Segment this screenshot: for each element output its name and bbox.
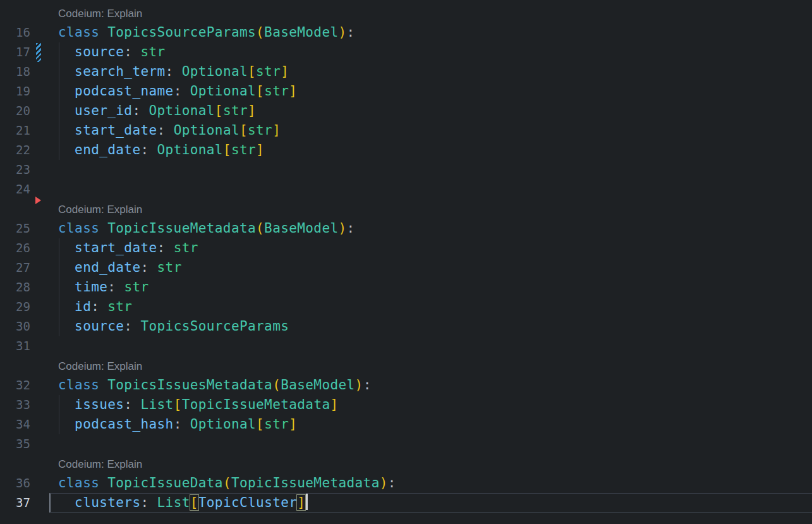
line-number[interactable]: 16	[0, 23, 30, 42]
code-token: str	[264, 83, 289, 99]
code-token: TopicIssueMetadata	[231, 475, 380, 490]
line-number[interactable]: 22	[0, 140, 30, 160]
code-token: :	[140, 495, 157, 510]
code-line[interactable]: issues: List[TopicIssueMetadata]	[49, 395, 812, 415]
code-token: ]	[272, 123, 281, 138]
code-token: str	[248, 123, 272, 138]
code-line[interactable]: podcast_hash: Optional[str]	[49, 415, 812, 434]
code-token	[58, 64, 75, 79]
line-number[interactable]: 21	[0, 121, 30, 140]
codelens-row: Codeium: Explain	[0, 3, 812, 23]
code-line[interactable]: source: TopicsSourceParams	[49, 317, 812, 336]
code-token: :	[157, 123, 174, 138]
code-token: BaseModel	[264, 25, 338, 40]
code-line[interactable]: clusters: List[TopicCluster]	[49, 493, 812, 513]
code-token: (	[256, 221, 264, 236]
editor-row: 32class TopicsIssuesMetadata(BaseModel):	[0, 375, 812, 395]
code-line[interactable]: class TopicsSourceParams(BaseModel):	[49, 23, 812, 42]
code-line[interactable]	[49, 180, 812, 199]
code-token: class	[58, 25, 107, 40]
code-token: [	[239, 123, 248, 138]
editor-row: 25class TopicIssueMetadata(BaseModel):	[0, 219, 812, 238]
code-token: str	[264, 417, 289, 432]
code-line[interactable]: end_date: Optional[str]	[49, 140, 812, 160]
code-token: podcast_name	[75, 83, 174, 99]
code-token: BaseModel	[264, 221, 338, 236]
editor-row: 36class TopicIssueData(TopicIssueMetadat…	[0, 473, 812, 493]
code-token: Optional	[190, 83, 256, 99]
code-line[interactable]: start_date: Optional[str]	[49, 121, 812, 140]
code-line[interactable]: class TopicsIssuesMetadata(BaseModel):	[49, 375, 812, 395]
code-line[interactable]: id: str	[49, 297, 812, 317]
code-line[interactable]: end_date: str	[49, 258, 812, 277]
code-line[interactable]	[49, 336, 812, 356]
code-token	[58, 142, 75, 157]
line-number[interactable]: 18	[0, 62, 30, 82]
codelens-explain-link[interactable]: Codeium: Explain	[58, 8, 142, 20]
editor-row: 24	[0, 180, 812, 199]
matched-bracket-token: [	[190, 495, 198, 510]
code-token	[58, 240, 75, 255]
line-number[interactable]: 27	[0, 258, 30, 277]
code-token: ]	[256, 142, 264, 157]
codelens-explain-link[interactable]: Codeium: Explain	[58, 360, 142, 372]
code-line[interactable]: podcast_name: Optional[str]	[49, 82, 812, 101]
code-token	[58, 319, 75, 334]
codelens-content[interactable]: Codeium: Explain	[49, 356, 812, 375]
line-number[interactable]: 25	[0, 219, 30, 238]
codelens-row: Codeium: Explain	[0, 356, 812, 375]
code-token: (	[272, 377, 281, 393]
code-token: clusters	[75, 495, 140, 510]
editor-row: 16class TopicsSourceParams(BaseModel):	[0, 23, 812, 42]
code-line[interactable]: time: str	[49, 277, 812, 297]
code-token: :	[347, 221, 355, 236]
codelens-row: Codeium: Explain	[0, 199, 812, 219]
code-token: (	[223, 475, 231, 490]
line-number[interactable]: 30	[0, 317, 30, 336]
code-token: Optional	[157, 142, 223, 157]
line-number[interactable]: 17	[0, 42, 30, 62]
code-token: :	[363, 377, 372, 393]
line-number[interactable]: 24	[0, 180, 30, 199]
line-number[interactable]: 31	[0, 336, 30, 356]
codelens-content[interactable]: Codeium: Explain	[49, 199, 812, 219]
code-line[interactable]: start_date: str	[49, 238, 812, 258]
code-line[interactable]	[49, 160, 812, 180]
code-token: :	[174, 83, 190, 99]
code-line[interactable]	[49, 434, 812, 454]
editor-row: 22 end_date: Optional[str]	[0, 140, 812, 160]
codelens-content[interactable]: Codeium: Explain	[49, 3, 812, 23]
code-line[interactable]: source: str	[49, 42, 812, 62]
code-token: :	[140, 142, 157, 157]
code-token: :	[174, 417, 190, 432]
code-token: :	[166, 64, 182, 79]
code-token: Optional	[149, 103, 215, 118]
line-number[interactable]: 32	[0, 375, 30, 395]
editor-row: 27 end_date: str	[0, 258, 812, 277]
line-number[interactable]: 37	[0, 493, 30, 513]
code-token	[58, 417, 75, 432]
code-line[interactable]: user_id: Optional[str]	[49, 101, 812, 121]
editor-row: 30 source: TopicsSourceParams	[0, 317, 812, 336]
line-number[interactable]: 26	[0, 238, 30, 258]
codelens-explain-link[interactable]: Codeium: Explain	[58, 204, 142, 216]
line-number[interactable]: 34	[0, 415, 30, 434]
line-number[interactable]: 29	[0, 297, 30, 317]
codelens-content[interactable]: Codeium: Explain	[49, 454, 812, 473]
code-token: [	[215, 103, 223, 118]
line-number[interactable]: 36	[0, 473, 30, 493]
line-number[interactable]: 35	[0, 434, 30, 454]
codelens-explain-link[interactable]: Codeium: Explain	[58, 458, 142, 470]
line-number[interactable]: 20	[0, 101, 30, 121]
code-token: [	[256, 83, 264, 99]
editor-row: 17 source: str	[0, 42, 812, 62]
code-line[interactable]: class TopicIssueData(TopicIssueMetadata)…	[49, 473, 812, 493]
code-line[interactable]: search_term: Optional[str]	[49, 62, 812, 82]
line-number[interactable]: 23	[0, 160, 30, 180]
code-token: TopicCluster	[198, 495, 298, 510]
code-line[interactable]: class TopicIssueMetadata(BaseModel):	[49, 219, 812, 238]
editor-row: 33 issues: List[TopicIssueMetadata]	[0, 395, 812, 415]
line-number[interactable]: 28	[0, 277, 30, 297]
line-number[interactable]: 33	[0, 395, 30, 415]
line-number[interactable]: 19	[0, 82, 30, 101]
